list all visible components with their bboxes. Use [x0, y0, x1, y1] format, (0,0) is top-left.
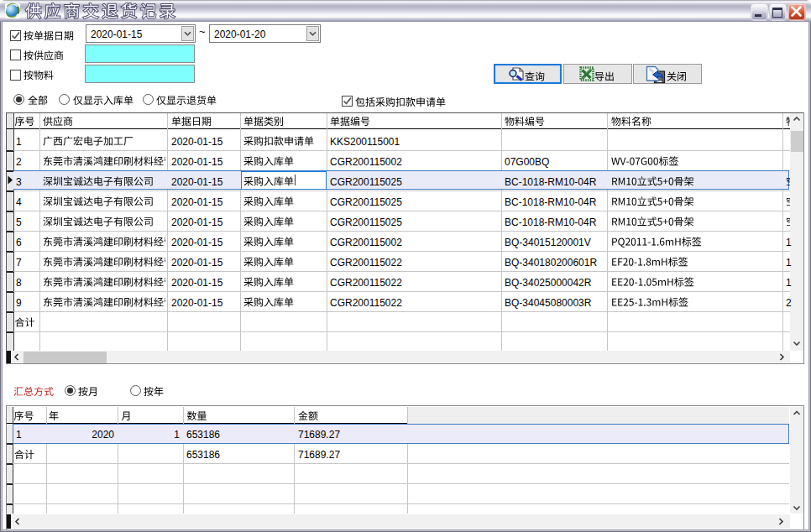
svg-text:CGR200115022: CGR200115022 — [330, 297, 402, 309]
svg-text:9: 9 — [16, 297, 22, 309]
svg-text:2020-01-15: 2020-01-15 — [171, 196, 223, 208]
svg-text:CGR200115025: CGR200115025 — [330, 176, 402, 188]
svg-text:2020-01-15: 2020-01-15 — [171, 297, 223, 309]
svg-text:3: 3 — [16, 176, 22, 188]
svg-text:2020-01-15: 2020-01-15 — [171, 237, 223, 248]
svg-text:~: ~ — [199, 25, 206, 38]
svg-text:2020-01-15: 2020-01-15 — [171, 176, 223, 188]
svg-text:CGR200115022: CGR200115022 — [330, 277, 402, 289]
svg-text:BC-1018-RM10-04R: BC-1018-RM10-04R — [505, 196, 597, 208]
svg-text:2020-01-15: 2020-01-15 — [171, 156, 223, 168]
svg-text:CGR200115002: CGR200115002 — [330, 237, 402, 248]
svg-text:2: 2 — [786, 297, 792, 309]
svg-text:1: 1 — [786, 277, 792, 289]
svg-text:2020-01-15: 2020-01-15 — [171, 216, 223, 228]
svg-text:BQ-340180200601R: BQ-340180200601R — [505, 257, 597, 269]
svg-text:8: 8 — [16, 277, 22, 289]
svg-text:BC-1018-RM10-04R: BC-1018-RM10-04R — [505, 216, 597, 228]
svg-text:1: 1 — [174, 429, 180, 441]
svg-text:BQ-34015120001V: BQ-34015120001V — [505, 237, 591, 248]
svg-text:2020-01-15: 2020-01-15 — [91, 29, 143, 40]
svg-text:2020-01-15: 2020-01-15 — [171, 257, 223, 269]
svg-text:71689.27: 71689.27 — [298, 449, 340, 461]
svg-text:71689.27: 71689.27 — [298, 429, 340, 441]
svg-text:2020: 2020 — [92, 429, 114, 441]
svg-text:7: 7 — [16, 257, 22, 269]
svg-text:CGR200115025: CGR200115025 — [330, 216, 402, 228]
svg-text:2020-01-15: 2020-01-15 — [171, 277, 223, 289]
svg-text:1: 1 — [16, 429, 22, 441]
svg-text:BQ-34025000042R: BQ-34025000042R — [505, 277, 592, 289]
svg-text:BQ-34045080003R: BQ-34045080003R — [505, 297, 592, 309]
svg-text:1: 1 — [16, 136, 22, 148]
svg-text:1: 1 — [786, 237, 792, 248]
svg-text:CGR200115022: CGR200115022 — [330, 257, 402, 269]
svg-text:653186: 653186 — [186, 429, 220, 441]
svg-text:CGR200115002: CGR200115002 — [330, 156, 402, 168]
svg-text:6: 6 — [16, 237, 22, 248]
svg-text:4: 4 — [16, 196, 22, 208]
svg-text:07G00BQ: 07G00BQ — [505, 156, 549, 168]
svg-text:2020-01-20: 2020-01-20 — [214, 29, 266, 40]
svg-text:653186: 653186 — [186, 449, 220, 461]
svg-text:1: 1 — [786, 257, 792, 269]
svg-text:CGR200115025: CGR200115025 — [330, 196, 402, 208]
svg-text:5: 5 — [16, 216, 22, 228]
svg-text:KKS200115001: KKS200115001 — [330, 136, 400, 148]
svg-text:2020-01-15: 2020-01-15 — [171, 136, 223, 148]
svg-text:2: 2 — [16, 156, 22, 168]
svg-text:BC-1018-RM10-04R: BC-1018-RM10-04R — [505, 176, 597, 188]
